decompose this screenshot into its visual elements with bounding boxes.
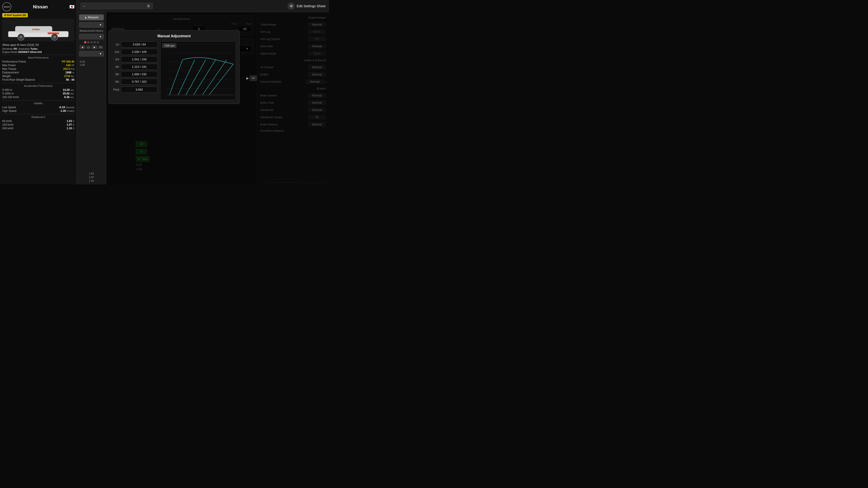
gear-row-3: 3rd 1.541 / 150 bbox=[112, 56, 158, 62]
search-box[interactable]: -- ☰ bbox=[81, 3, 153, 9]
hundred-150-row: 100-150 km/h 6.36 sec. bbox=[2, 95, 74, 99]
performance-points-row: Performance Points PP 489.46 bbox=[2, 60, 74, 64]
zero-400-row: 0-400 m 14.29 sec. bbox=[2, 88, 74, 92]
top-bar: -- ☰ ⚙ Edit Settings Sheet bbox=[77, 0, 329, 12]
chevron-down-icon-2: ▼ bbox=[99, 35, 102, 38]
triangle-icon: ▲ bbox=[84, 16, 87, 19]
gear-table: 1st 3.626 / 64 2nd 2.200 / 105 3rd 1.541… bbox=[112, 41, 158, 100]
max-power-row: Max Power 246 HP bbox=[2, 64, 74, 67]
weight-row: Weight 2734 lbs. bbox=[2, 74, 74, 78]
weight-balance-row: Front-Rear Weight Balance 56 : 44 bbox=[2, 78, 74, 82]
l1-badge: L1 bbox=[86, 46, 91, 49]
accel-title: Acceleration Performance bbox=[2, 85, 74, 87]
zero-1000-row: 0-1000 m 25.62 sec. bbox=[2, 92, 74, 95]
chevron-down-icon: ▼ bbox=[99, 24, 102, 26]
svg-point-5 bbox=[53, 35, 56, 39]
bop-badge: ⚖ BoP Applied (M) bbox=[2, 13, 28, 18]
measure-button[interactable]: ▲ Measure bbox=[79, 14, 104, 20]
menu-icon[interactable]: ☰ bbox=[147, 4, 150, 8]
edit-settings-button[interactable]: ⚙ Edit Settings Sheet bbox=[287, 2, 326, 10]
svg-point-3 bbox=[19, 35, 22, 39]
torque-curve-svg bbox=[160, 41, 236, 100]
settings-icon-circle: ⚙ bbox=[287, 2, 295, 10]
displacement-row: Displacement 1998 cc bbox=[2, 71, 74, 74]
modal-overlay: Manual Adjustment 1st 3.626 / 64 2nd 2.2… bbox=[106, 12, 329, 184]
manual-adjustment-modal: Manual Adjustment 1st 3.626 / 64 2nd 2.2… bbox=[108, 30, 240, 104]
svg-text:D-Rights: D-Rights bbox=[32, 29, 40, 31]
measurement-history-label: Measurement History bbox=[80, 29, 103, 32]
radio-dot-5[interactable] bbox=[97, 41, 99, 43]
rpm-badge: 7200 rpm bbox=[162, 43, 176, 48]
radio-dot-1[interactable] bbox=[84, 41, 86, 43]
brand-row: NISSAN Nissan 🇯🇵 bbox=[2, 2, 74, 11]
svg-rect-6 bbox=[48, 32, 59, 34]
gear-2-value[interactable]: 2.200 / 105 bbox=[121, 49, 158, 55]
base-performance-title: Base Performance bbox=[2, 56, 74, 59]
modal-title: Manual Adjustment bbox=[112, 34, 236, 38]
svg-line-18 bbox=[193, 60, 216, 95]
rot-240-row: 240 km/h 1.10 G bbox=[2, 127, 74, 130]
car-silhouette: D-Rights bbox=[6, 20, 71, 40]
max-torque-row: Max Torque 202.5 ft-lb bbox=[2, 67, 74, 71]
country-flag: 🇯🇵 bbox=[69, 4, 74, 9]
rot-60-row: 60 km/h 1.03 G bbox=[2, 119, 74, 123]
rotg-title: Rotational G bbox=[2, 116, 74, 119]
gear-row-4: 4th 1.213 / 191 bbox=[112, 64, 158, 70]
gear-1-value[interactable]: 3.626 / 64 bbox=[121, 41, 158, 47]
rot-120-row: 120 km/h 1.07 G bbox=[2, 123, 74, 127]
radio-dot-4[interactable] bbox=[94, 41, 96, 43]
high-speed-row: High Speed -1.00 (Under) bbox=[2, 109, 74, 113]
final-row: Final 3.692 bbox=[112, 87, 158, 93]
r1-badge: R1 bbox=[98, 46, 103, 49]
brand-name: Nissan bbox=[33, 4, 48, 9]
car-image: D-Rights bbox=[2, 19, 74, 41]
cursor-indicator: ▶ ••• bbox=[246, 75, 257, 81]
gear-6-value[interactable]: 0.767 / 323 bbox=[121, 78, 158, 85]
left-panel: NISSAN Nissan 🇯🇵 ⚖ BoP Applied (M) D-Rig… bbox=[0, 0, 77, 184]
dropdown-1[interactable]: ▼ bbox=[79, 22, 104, 28]
radio-dot-3[interactable] bbox=[90, 41, 93, 43]
svg-line-17 bbox=[186, 60, 206, 95]
stability-title: Stability bbox=[2, 102, 74, 105]
radio-dots bbox=[84, 41, 99, 43]
gear-3-value[interactable]: 1.541 / 150 bbox=[121, 56, 158, 62]
modal-content: 1st 3.626 / 64 2nd 2.200 / 105 3rd 1.541… bbox=[112, 41, 236, 100]
chevron-down-icon-3: ▼ bbox=[99, 53, 102, 55]
measurement-sidebar: ▲ Measure ▼ Measurement History ▼ ◄ L1 ► bbox=[77, 12, 106, 184]
dropdown-2[interactable]: ▼ bbox=[79, 34, 104, 39]
nav-next-button[interactable]: ► bbox=[92, 45, 97, 49]
car-engine: Engine Model SR20DET-Silvia-S15 bbox=[2, 51, 74, 53]
nav-controls: ◄ L1 ► R1 bbox=[80, 45, 103, 49]
gear-row-6: 6th 0.767 / 323 bbox=[112, 78, 158, 85]
nissan-logo: NISSAN bbox=[2, 2, 11, 11]
radio-dot-2[interactable] bbox=[87, 41, 90, 43]
gear-row-5: 5th 1.000 / 232 bbox=[112, 71, 158, 77]
stability-values: -0.19 -1.00 bbox=[79, 60, 104, 66]
car-drivetrain: Drivetrain FR / Aspiration Turbo bbox=[2, 47, 74, 50]
gear-row-2: 2nd 2.200 / 105 bbox=[112, 49, 158, 55]
car-name: Silvia spec-R Aero (S15) '02 bbox=[2, 43, 74, 46]
gear-icon: ⚙ bbox=[290, 4, 293, 8]
torque-chart: 7200 rpm bbox=[160, 41, 236, 100]
dropdown-3[interactable]: ▼ bbox=[79, 51, 104, 57]
final-value[interactable]: 3.692 bbox=[121, 87, 158, 93]
nav-prev-button[interactable]: ◄ bbox=[80, 45, 85, 49]
main-area: -- ☰ ⚙ Edit Settings Sheet ▲ Measure ▼ M… bbox=[77, 0, 329, 184]
low-speed-row: Low Speed -0.19 (Neutral) bbox=[2, 105, 74, 109]
gear-4-value[interactable]: 1.213 / 191 bbox=[121, 64, 158, 70]
gear-5-value[interactable]: 1.000 / 232 bbox=[121, 71, 158, 77]
sidebar-bottom-values: 1.03 1.07 1.10 bbox=[79, 172, 104, 182]
gear-row-1: 1st 3.626 / 64 bbox=[112, 41, 158, 47]
